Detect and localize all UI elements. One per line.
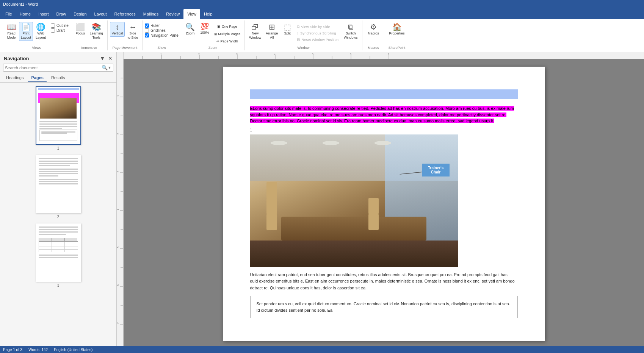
thumb-text-lines-1 [39,121,77,130]
gridlines-checkbox[interactable]: Gridlines [145,28,178,33]
ribbon-group-page-movement: ↕ Vertical ↔ Sideto Side Page Movement [108,20,143,50]
conference-room-bg: Trainer's Chair [250,134,458,267]
nav-header: Navigation ▼ ✕ [0,52,116,64]
ruler-checkbox[interactable]: Ruler [145,23,178,28]
views-group-label: Views [32,45,41,50]
nav-tab-pages[interactable]: Pages [28,74,46,82]
page-movement-group-label: Page Movement [113,45,138,50]
tab-mailings[interactable]: Mailings [139,9,162,19]
navigation-panel: Navigation ▼ ✕ 🔍 ▼ Headings Pages Result… [0,52,117,351]
view-side-by-side-icon: ⧉ [297,24,299,29]
vertical-icon: ↕ [116,23,119,31]
learning-tools-button[interactable]: 📚 LearningTools [88,22,105,41]
immersive-group-label: Immersive [81,45,97,50]
arrange-all-button[interactable]: ⊞ ArrangeAll [264,22,280,41]
draft-check[interactable] [51,28,55,33]
nav-pages-list: 1 [0,83,116,351]
thumb-blue-bar [38,88,79,90]
search-icon[interactable]: 🔍 [102,65,108,70]
print-layout-button[interactable]: 📄 PrintLayout [19,22,33,41]
read-mode-button[interactable]: 📖 ReadMode [5,22,18,41]
web-layout-icon: 🌐 [36,23,45,31]
switch-windows-icon: ⧉ [348,23,353,31]
thumb-table-row-3 [39,247,78,250]
tab-insert[interactable]: Insert [34,9,53,19]
tab-help[interactable]: Help [200,9,216,19]
svg-text:3: 3 [236,53,238,56]
web-layout-button[interactable]: 🌐 WebLayout [34,22,48,41]
new-window-icon: 🗗 [251,23,259,31]
nav-menu-icon[interactable]: ▼ [100,55,105,61]
tab-view[interactable]: View [183,9,200,19]
nav-header-icons: ▼ ✕ [100,55,113,61]
macros-button[interactable]: ⚙ Macros [366,22,381,37]
switch-windows-button[interactable]: ⧉ SwitchWindows [342,22,360,41]
reset-window-icon: ⊟ [297,37,300,42]
print-layout-icon: 📄 [21,23,31,31]
zoom-100-button[interactable]: 💯 100% [198,22,212,36]
multiple-pages-button[interactable]: ⊞ Multiple Pages [212,31,243,38]
tab-design[interactable]: Design [70,9,90,19]
nav-tab-results[interactable]: Results [48,74,68,82]
split-icon: ⬚ [284,23,291,31]
one-page-button[interactable]: ▣ One Page [212,23,243,30]
svg-text:5: 5 [312,53,313,56]
window-group-label: Window [297,45,309,50]
zoom-button[interactable]: 🔍 Zoom [183,22,197,37]
title-bar: Document1 - Word [0,0,644,8]
gridlines-check[interactable] [145,28,149,33]
vertical-button[interactable]: ↕ Vertical [110,22,125,37]
callout-box: Trainer's Chair [422,164,450,176]
nav-close-icon[interactable]: ✕ [108,55,113,61]
outline-check[interactable] [51,23,55,28]
search-dropdown-icon[interactable]: ▼ [108,66,111,70]
reset-window-button[interactable]: ⊟ Reset Window Position [295,37,340,42]
page-thumb-3[interactable]: 3 [35,223,82,288]
svg-text:4: 4 [117,209,119,210]
svg-text:1: 1 [160,53,162,56]
document-page: ELoris sump dolor sits mate is. Is commu… [223,67,545,341]
page-thumb-img-3 [36,223,81,282]
focus-button[interactable]: ⬜ Focus [74,22,87,37]
thumb-table-row-2 [39,244,78,247]
zoom-options: ▣ One Page ⊞ Multiple Pages ⇔ Page Width [212,22,243,45]
tab-review[interactable]: Review [162,9,183,19]
navigation-pane-check[interactable] [145,33,149,37]
status-page-info: Page 1 of 3 [3,348,22,352]
view-side-by-side-button[interactable]: ⧉ View Side by Side [295,23,340,30]
page-movement-group-items: ↕ Vertical ↔ Sideto Side [110,20,140,45]
doc-conference-image: Trainer's Chair [250,134,458,267]
nav-tab-headings[interactable]: Headings [3,74,27,82]
ribbon-group-window: 🗗 NewWindow ⊞ ArrangeAll ⬚ Split ⧉ View … [245,20,362,50]
svg-rect-0 [124,52,644,59]
page-width-button[interactable]: ⇔ Page Width [212,38,243,45]
thumb-content-1 [36,87,80,144]
tab-home[interactable]: Home [16,9,34,19]
conf-table [281,217,427,241]
tab-draw[interactable]: Draw [53,9,70,19]
document-scroll-area[interactable]: ELoris sump dolor sits mate is. Is commu… [124,59,644,351]
page-thumb-img-2 [36,155,81,213]
search-input[interactable] [5,66,102,70]
draft-checkbox[interactable]: Draft [51,28,69,33]
navigation-pane-checkbox[interactable]: Navigation Pane [145,33,178,37]
page-thumb-1[interactable]: 1 [35,86,82,151]
side-to-side-button[interactable]: ↔ Sideto Side [125,22,140,41]
nav-search-box[interactable]: 🔍 ▼ [3,64,113,72]
tab-references[interactable]: References [111,9,139,19]
svg-rect-22 [117,59,124,351]
split-button[interactable]: ⬚ Split [280,22,294,37]
new-window-label: NewWindow [249,31,261,40]
zoom-100-icon: 💯 [201,23,209,30]
page-thumb-2[interactable]: 2 [35,154,82,220]
ruler-check[interactable] [145,23,149,28]
tab-layout[interactable]: Layout [91,9,111,19]
thumb-content-2 [36,156,80,212]
doc-blue-bar [250,89,518,99]
tab-file[interactable]: File [2,9,16,19]
ribbon-tabs: File Home Insert Draw Design Layout Refe… [0,8,644,19]
sync-scrolling-button[interactable]: ↕ Synchronous Scrolling [295,30,340,36]
properties-button[interactable]: 🏠 Properties [387,22,407,37]
outline-checkbox[interactable]: Outline [51,23,69,28]
new-window-button[interactable]: 🗗 NewWindow [247,22,263,41]
